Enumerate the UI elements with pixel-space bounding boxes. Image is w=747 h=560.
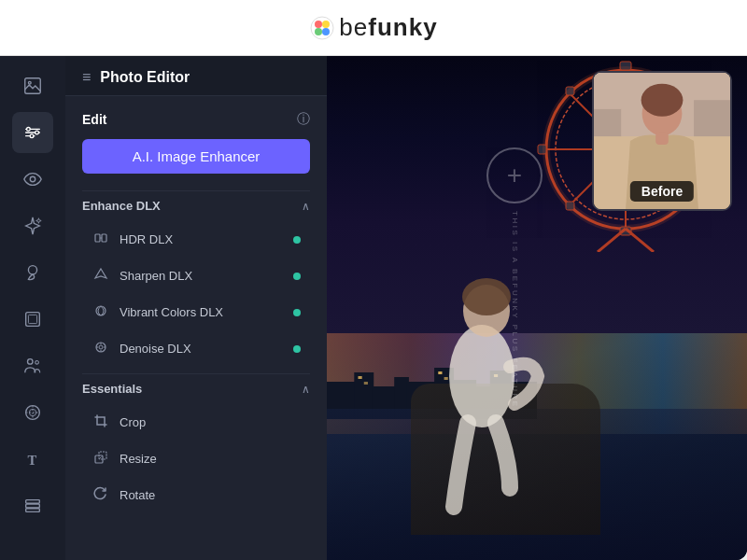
essentials-chevron: ∧ [302, 383, 310, 396]
svg-point-14 [28, 266, 36, 274]
svg-point-3 [315, 28, 322, 35]
panel-title: Photo Editor [100, 69, 190, 86]
svg-point-2 [322, 21, 330, 28]
sidebar-item-eye[interactable] [12, 159, 53, 200]
edit-section-header: Edit ⓘ [82, 111, 310, 128]
svg-rect-28 [102, 234, 106, 242]
vibrant-colors-dot [293, 309, 301, 316]
before-thumbnail: Before [592, 71, 732, 211]
sidebar-item-text[interactable]: T [12, 439, 53, 480]
hdr-dlx-dot [293, 236, 301, 244]
essentials-header[interactable]: Essentials ∧ [82, 373, 310, 403]
sidebar-item-image[interactable] [12, 65, 53, 106]
essentials-items: Crop Resize [82, 405, 310, 512]
svg-point-11 [35, 131, 39, 134]
svg-point-6 [28, 81, 31, 84]
ai-image-enhancer-button[interactable]: A.I. Image Enhancer [82, 139, 310, 174]
sidebar-item-effect[interactable] [12, 392, 53, 433]
sidebar-item-layers[interactable] [12, 485, 53, 526]
enhance-dlx-items: HDR DLX Sharpen DLX [82, 222, 310, 366]
panel-sidebar: ≡ Photo Editor Edit ⓘ A.I. Image Enhance… [65, 56, 327, 560]
enhance-dlx-chevron: ∧ [302, 200, 310, 213]
svg-text:T: T [28, 453, 37, 468]
menu-item-resize[interactable]: Resize [82, 441, 310, 476]
rotate-icon [92, 486, 110, 504]
enhance-dlx-title: Enhance DLX [82, 199, 161, 213]
svg-rect-27 [95, 234, 100, 242]
svg-point-18 [35, 361, 39, 365]
svg-rect-24 [26, 504, 40, 508]
svg-rect-15 [26, 313, 40, 327]
sidebar-item-edit[interactable] [12, 112, 53, 153]
svg-rect-5 [25, 78, 41, 94]
main-area: T ≡ Photo Editor Edit ⓘ A.I. Image Enhan… [0, 56, 747, 560]
menu-item-hdr-dlx[interactable]: HDR DLX [82, 222, 310, 257]
svg-point-4 [322, 28, 330, 35]
svg-point-78 [641, 84, 684, 117]
svg-rect-79 [655, 132, 669, 145]
top-bar: befunky [0, 0, 747, 56]
panel-header: ≡ Photo Editor [65, 56, 327, 96]
edit-label: Edit [82, 112, 106, 127]
hdr-dlx-label: HDR DLX [120, 232, 284, 246]
crop-label: Crop [120, 415, 301, 429]
svg-point-10 [27, 128, 31, 132]
vibrant-colors-label: Vibrant Colors DLX [120, 305, 284, 319]
menu-item-crop[interactable]: Crop [82, 405, 310, 440]
svg-point-1 [315, 21, 322, 28]
image-canvas: + THIS IS A BEFUNKY PLUS FEATURE [327, 56, 747, 560]
enhance-dlx-header[interactable]: Enhance DLX ∧ [82, 190, 310, 220]
svg-rect-25 [26, 500, 40, 504]
svg-rect-67 [358, 376, 361, 379]
vibrant-colors-icon [92, 303, 110, 321]
sidebar-item-people[interactable] [12, 345, 53, 386]
sidebar-item-paint[interactable] [12, 252, 53, 293]
menu-item-vibrant-colors[interactable]: Vibrant Colors DLX [82, 295, 310, 329]
svg-point-17 [28, 359, 34, 365]
svg-rect-80 [594, 109, 621, 136]
denoise-dlx-dot [293, 345, 301, 353]
menu-item-denoise-dlx[interactable]: Denoise DLX [82, 331, 310, 366]
info-icon[interactable]: ⓘ [297, 111, 310, 128]
hamburger-icon[interactable]: ≡ [82, 69, 91, 86]
denoise-dlx-label: Denoise DLX [120, 342, 284, 356]
sidebar-item-sparkle[interactable] [12, 205, 53, 246]
menu-item-sharpen-dlx[interactable]: Sharpen DLX [82, 259, 310, 293]
svg-rect-81 [694, 100, 730, 136]
svg-rect-26 [26, 509, 40, 512]
resize-icon [92, 450, 110, 468]
resize-label: Resize [120, 452, 301, 466]
hdr-dlx-icon [92, 231, 110, 248]
logo-text: befunky [339, 13, 437, 42]
rotate-label: Rotate [120, 488, 301, 502]
svg-point-32 [99, 345, 103, 349]
icon-sidebar: T [0, 56, 65, 560]
sharpen-dlx-label: Sharpen DLX [120, 269, 284, 283]
menu-item-rotate[interactable]: Rotate [82, 478, 310, 512]
crop-icon [92, 413, 110, 431]
sidebar-item-frame[interactable] [12, 299, 53, 340]
before-label: Before [630, 181, 694, 202]
watermark-container: + THIS IS A BEFUNKY PLUS FEATURE [486, 147, 543, 409]
panel-body: Edit ⓘ A.I. Image Enhancer Enhance DLX ∧ [65, 96, 327, 529]
befunky-logo: befunky [309, 13, 437, 42]
svg-point-0 [311, 17, 333, 39]
watermark-text: THIS IS A BEFUNKY PLUS FEATURE [511, 211, 519, 409]
sharpen-dlx-icon [92, 267, 110, 285]
svg-point-12 [30, 134, 34, 138]
svg-point-13 [30, 176, 35, 182]
svg-rect-16 [28, 315, 36, 323]
svg-rect-68 [364, 382, 368, 385]
sharpen-dlx-dot [293, 273, 301, 280]
denoise-dlx-icon [92, 340, 110, 357]
essentials-title: Essentials [82, 382, 142, 396]
